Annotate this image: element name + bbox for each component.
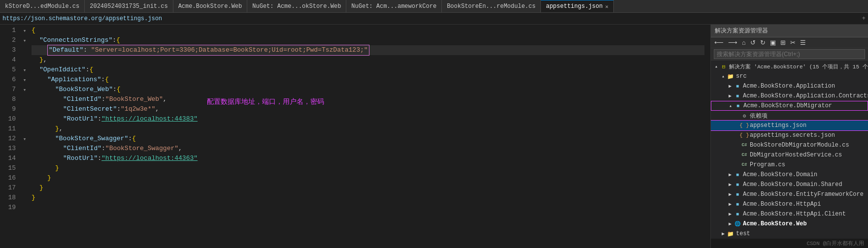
tree-item-appsettings-secrets[interactable]: { } appsettings.secrets.json — [711, 130, 868, 140]
src-label: src — [736, 73, 747, 80]
tree-item-src[interactable]: ▴ 📁 src — [711, 71, 868, 81]
code-line-12: "BookStore_Swagger": { — [32, 134, 704, 144]
chevron-icon: ▶ — [727, 182, 734, 187]
code-line-2: "ConnectionStrings": { — [32, 35, 704, 45]
code-line-3: "Default": "Server=localhost;Port=3306;D… — [32, 45, 704, 55]
fold-10 — [20, 114, 30, 124]
fold-1[interactable]: ▾ — [20, 26, 30, 35]
tab-label: Acme.BookStore.Web — [178, 3, 242, 10]
se-grid-btn[interactable]: ▣ — [768, 38, 777, 47]
tree-item-domain-shared[interactable]: ▶ ■ Acme.BookStore.Domain.Shared — [711, 180, 868, 189]
code-line-1: { — [32, 26, 704, 35]
schema-url: https://json.schemastore.org/appsettings… — [2, 15, 162, 22]
tab-label: BookStoreEn...reModule.cs — [447, 3, 535, 10]
solution-label: 解决方案 'Acme.BookStore' (15 个项目，共 15 个) — [729, 63, 868, 70]
solution-explorer-tree: ▴ ⊟ 解决方案 'Acme.BookStore' (15 个项目，共 15 个… — [711, 61, 868, 239]
se-sync-btn[interactable]: ↻ — [759, 38, 767, 47]
code-line-4: }, — [32, 55, 704, 65]
hosted-service-label: DbMigratorHostedService.cs — [750, 152, 842, 158]
tree-item-hosted-service[interactable]: C# DbMigratorHostedService.cs — [711, 150, 868, 160]
se-menu-btn[interactable]: ☰ — [799, 38, 807, 47]
fold-12[interactable]: ▾ — [20, 134, 30, 144]
web-project-icon: 🌐 — [734, 220, 741, 228]
tree-item-dbmigrator-module[interactable]: C# BookStoreDbMigratorModule.cs — [711, 140, 868, 150]
tree-item-httpapi-client[interactable]: ▶ ■ Acme.BookStore.HttpApi.Client — [711, 209, 868, 219]
se-cut-btn[interactable]: ✂ — [789, 38, 797, 47]
tree-item-domain[interactable]: ▶ ■ Acme.BookStore.Domain — [711, 170, 868, 180]
code-line-11: }, — [32, 124, 704, 134]
se-home-btn[interactable]: ⌂ — [740, 38, 747, 47]
code-line-10: "RootUrl": "https://localhost:44383" — [32, 114, 704, 124]
solution-explorer-search — [711, 48, 868, 61]
tree-item-program[interactable]: C# Program.cs — [711, 160, 868, 170]
chevron-icon: ▴ — [727, 103, 734, 109]
chevron-icon: ▶ — [727, 191, 734, 197]
tab-acme-web[interactable]: Acme.BookStore.Web — [173, 0, 248, 12]
fold-13 — [20, 144, 30, 154]
tree-item-dbmigrator[interactable]: ▴ ■ Acme.BookStore.DbMigrator — [711, 101, 868, 111]
tree-item-deps[interactable]: ⚙ 依赖项 — [711, 111, 868, 121]
cs-icon: C# — [740, 161, 748, 169]
solution-icon: ⊟ — [720, 62, 728, 70]
solution-explorer-header: 解决方案资源管理器 — [711, 25, 868, 37]
se-back-btn[interactable]: ⟵ — [713, 38, 725, 47]
program-label: Program.cs — [750, 161, 785, 168]
main-area: 12345 678910 1112131415 16171819 ▾ ▾ ▾ ▾… — [0, 25, 868, 248]
vertical-scrollbar[interactable] — [704, 25, 710, 248]
project-icon: ■ — [734, 92, 741, 100]
watermark: CSDN @白开水都有人用 — [711, 239, 868, 248]
search-input[interactable] — [714, 49, 865, 59]
tab-bookstore-module[interactable]: BookStoreEn...reModule.cs — [442, 0, 541, 12]
fold-7[interactable]: ▾ — [20, 85, 30, 94]
fold-6[interactable]: ▾ — [20, 75, 30, 85]
code-lines: { "ConnectionStrings": { "Default": "Ser… — [30, 25, 704, 248]
tree-item-web[interactable]: ▶ 🌐 Acme.BookStore.Web — [711, 219, 868, 229]
domain-label: Acme.BookStore.Domain — [743, 171, 817, 178]
se-refresh-btn[interactable]: ↺ — [749, 38, 757, 47]
tab-kstored[interactable]: kStoreD...edModule.cs — [0, 0, 85, 12]
project-icon: ■ — [734, 200, 741, 208]
cs-icon: C# — [740, 151, 748, 159]
cs-icon: C# — [740, 141, 748, 149]
appsettings-secrets-label: appsettings.secrets.json — [750, 132, 835, 139]
tab-label: kStoreD...edModule.cs — [5, 3, 79, 10]
fold-14 — [20, 154, 30, 163]
tab-nuget-web[interactable]: NuGet: Acme...okStore.Web — [247, 0, 346, 12]
code-line-14: "RootUrl": "https://localhost:44363" — [32, 154, 704, 163]
tree-item-solution[interactable]: ▴ ⊟ 解决方案 'Acme.BookStore' (15 个项目，共 15 个… — [711, 62, 868, 71]
fold-16 — [20, 173, 30, 183]
fold-4 — [20, 55, 30, 65]
fold-column: ▾ ▾ ▾ ▾ ▾ ▾ — [20, 25, 30, 248]
chevron-icon: ▴ — [713, 63, 720, 69]
tree-item-app-contracts[interactable]: ▶ ■ Acme.BookStore.Application.Contracts — [711, 91, 868, 101]
fold-2[interactable]: ▾ — [20, 35, 30, 45]
tab-init[interactable]: 20240524031735_init.cs — [85, 0, 173, 12]
tab-label: NuGet: Acm...ameworkCore — [351, 3, 436, 10]
tab-appsettings[interactable]: appsettings.json ✕ — [541, 0, 614, 12]
httpapi-client-label: Acme.BookStore.HttpApi.Client — [743, 211, 846, 217]
deps-label: 依赖项 — [750, 112, 768, 120]
appsettings-label: appsettings.json — [750, 122, 806, 129]
tab-nuget-fw[interactable]: NuGet: Acm...ameworkCore — [346, 0, 442, 12]
se-forward-btn[interactable]: ⟶ — [727, 38, 739, 47]
code-content: 12345 678910 1112131415 16171819 ▾ ▾ ▾ ▾… — [0, 25, 710, 248]
tab-label: 20240524031735_init.cs — [90, 3, 167, 10]
fold-19 — [20, 203, 30, 213]
fold-5[interactable]: ▾ — [20, 65, 30, 75]
tab-close-icon[interactable]: ✕ — [605, 3, 608, 10]
code-line-8: "ClientId": "BookStore_Web", — [32, 94, 704, 104]
tab-label: appsettings.json — [546, 3, 602, 10]
dbmigrator-label: Acme.BookStore.DbMigrator — [743, 102, 832, 109]
deps-icon: ⚙ — [740, 112, 748, 120]
project-icon: ■ — [734, 102, 742, 110]
tree-item-appsettings[interactable]: { } appsettings.json — [711, 121, 868, 130]
tree-item-httpapi[interactable]: ▶ ■ Acme.BookStore.HttpApi — [711, 199, 868, 209]
chevron-icon: ▶ — [727, 211, 734, 217]
expand-icon[interactable]: + — [862, 15, 866, 22]
tree-item-application[interactable]: ▶ ■ Acme.BookStore.Application — [711, 81, 868, 91]
tree-item-test[interactable]: ▶ 📁 test — [711, 229, 868, 239]
solution-explorer: 解决方案资源管理器 ⟵ ⟶ ⌂ ↺ ↻ ▣ ⊞ ✂ ☰ ▴ ⊟ 解决方案 'Ac… — [710, 25, 868, 248]
tree-item-ef-core[interactable]: ▶ ■ Acme.BookStore.EntityFrameworkCore — [711, 189, 868, 199]
se-filter-btn[interactable]: ⊞ — [779, 38, 787, 47]
code-line-9: "ClientSecret": "1q2w3e*", — [32, 104, 704, 114]
